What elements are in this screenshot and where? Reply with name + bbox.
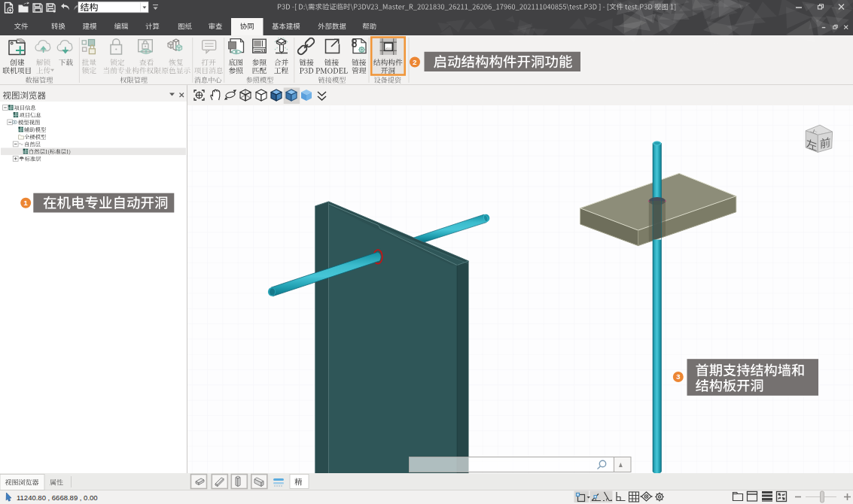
svg-text:2: 2 xyxy=(413,58,416,66)
svg-text:3: 3 xyxy=(676,372,680,381)
svg-text:1: 1 xyxy=(24,199,29,207)
svg-text:11240.80 , 6668.89 , 0.00: 11240.80 , 6668.89 , 0.00 xyxy=(17,493,98,502)
